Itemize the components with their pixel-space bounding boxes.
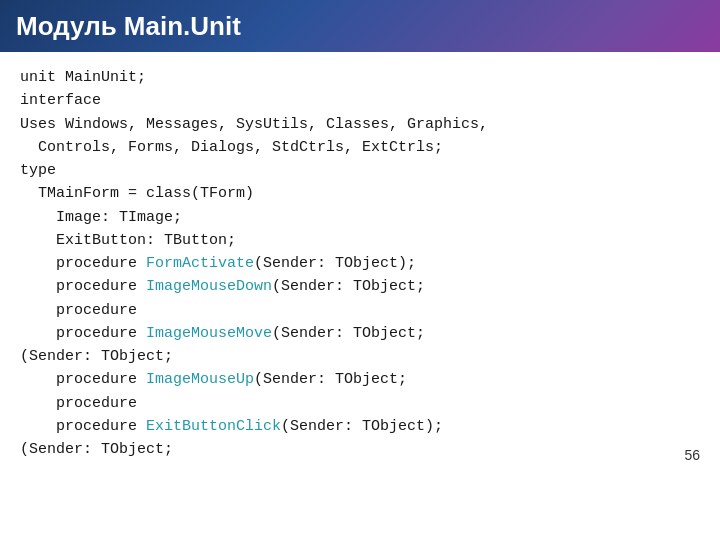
code-line-proc1: procedure FormActivate(Sender: TObject); bbox=[20, 252, 700, 275]
code-line-proc4: procedure ImageMouseUp(Sender: TObject; bbox=[20, 368, 700, 391]
code-line-uses2: Controls, Forms, Dialogs, StdCtrls, ExtC… bbox=[20, 136, 700, 159]
proc3-link[interactable]: ImageMouseMove bbox=[146, 325, 272, 342]
code-line-unit: unit MainUnit; bbox=[20, 66, 700, 89]
code-line-class: TMainForm = class(TForm) bbox=[20, 182, 700, 205]
proc3-pre: procedure bbox=[20, 325, 146, 342]
code-block: unit MainUnit; interface Uses Windows, M… bbox=[20, 66, 700, 461]
code-line-proc2: procedure ImageMouseDown(Sender: TObject… bbox=[20, 275, 700, 298]
header: Модуль Main.Unit bbox=[0, 0, 720, 52]
proc2-post: (Sender: TObject; bbox=[272, 278, 425, 295]
proc1-post: (Sender: TObject); bbox=[254, 255, 416, 272]
proc5-post: (Sender: TObject); bbox=[281, 418, 443, 435]
code-line-type: type bbox=[20, 159, 700, 182]
code-line-proc2-cont: procedure bbox=[20, 299, 700, 322]
code-line-proc3: procedure ImageMouseMove(Sender: TObject… bbox=[20, 322, 700, 345]
proc2-link[interactable]: ImageMouseDown bbox=[146, 278, 272, 295]
proc5-pre: procedure bbox=[20, 418, 146, 435]
code-line-proc5: procedure ExitButtonClick(Sender: TObjec… bbox=[20, 415, 700, 438]
proc1-pre: procedure bbox=[20, 255, 146, 272]
proc1-link[interactable]: FormActivate bbox=[146, 255, 254, 272]
code-line-exitbutton: ExitButton: TButton; bbox=[20, 229, 700, 252]
proc4-pre: procedure bbox=[20, 371, 146, 388]
code-line-interface: interface bbox=[20, 89, 700, 112]
code-line-proc3-cont: (Sender: TObject; bbox=[20, 345, 700, 368]
code-line-uses: Uses Windows, Messages, SysUtils, Classe… bbox=[20, 113, 700, 136]
proc2-pre: procedure bbox=[20, 278, 146, 295]
code-line-image: Image: TImage; bbox=[20, 206, 700, 229]
proc3-post: (Sender: TObject; bbox=[272, 325, 425, 342]
code-line-end: (Sender: TObject; bbox=[20, 438, 700, 461]
proc4-post: (Sender: TObject; bbox=[254, 371, 407, 388]
proc5-link[interactable]: ExitButtonClick bbox=[146, 418, 281, 435]
code-line-proc4-cont: procedure bbox=[20, 392, 700, 415]
proc4-link[interactable]: ImageMouseUp bbox=[146, 371, 254, 388]
page-number: 56 bbox=[684, 447, 700, 463]
content-area: unit MainUnit; interface Uses Windows, M… bbox=[0, 52, 720, 471]
header-title: Модуль Main.Unit bbox=[16, 11, 241, 42]
